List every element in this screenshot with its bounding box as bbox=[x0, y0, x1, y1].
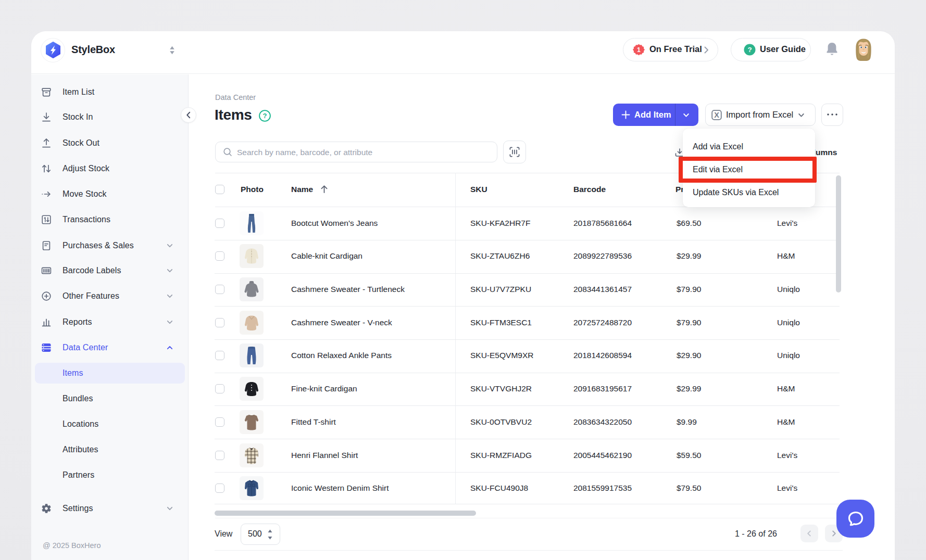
svg-text:1: 1 bbox=[637, 46, 641, 54]
svg-text:?: ? bbox=[747, 46, 752, 54]
svg-text:?: ? bbox=[263, 112, 267, 120]
svg-text:X: X bbox=[714, 111, 719, 119]
